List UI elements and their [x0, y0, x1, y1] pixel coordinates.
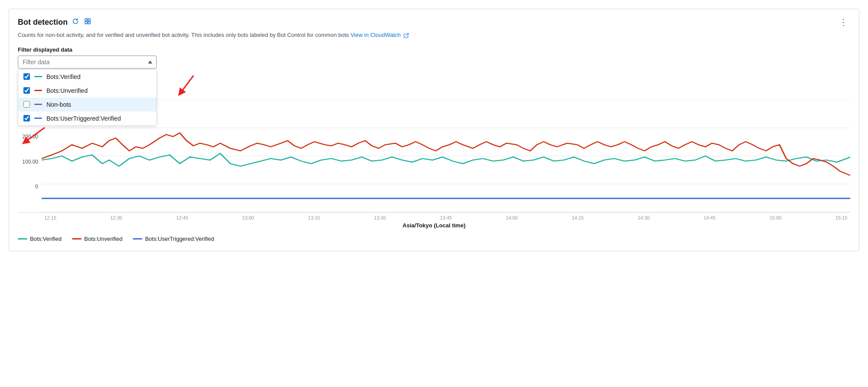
- svg-rect-0: [85, 19, 87, 21]
- filter-option-bots-verified[interactable]: Bots:Verified: [18, 70, 156, 84]
- filter-option-non-bots[interactable]: Non-bots: [18, 98, 156, 112]
- title-row: Bot detection: [18, 17, 92, 27]
- x-label-1500: 15:00: [767, 215, 784, 220]
- chart-plot: [42, 100, 850, 212]
- x-label-1430: 14:30: [635, 215, 652, 220]
- filter-input[interactable]: [18, 56, 157, 69]
- widget-title: Bot detection: [18, 18, 68, 27]
- legend-bots-unverified-label: Bots:Unverified: [84, 236, 122, 242]
- non-bots-label: Non-bots: [46, 101, 71, 108]
- svg-rect-3: [88, 22, 90, 24]
- legend-user-triggered: Bots:UserTriggered:Verified: [133, 236, 214, 242]
- bots-verified-dash: [34, 76, 42, 77]
- annotation-arrow-1: [172, 73, 198, 101]
- refresh-icon: [72, 18, 79, 25]
- expand-icon: [84, 18, 91, 25]
- x-label-1245: 12:45: [174, 215, 191, 220]
- filter-section: Filter displayed data Bots:Verified Bots…: [18, 46, 157, 69]
- external-link-icon: [404, 33, 409, 38]
- checkbox-bots-verified[interactable]: [23, 73, 30, 80]
- bots-unverified-dash: [34, 90, 42, 91]
- y-label-100: 100.00: [22, 159, 38, 164]
- refresh-button[interactable]: [71, 17, 80, 27]
- user-triggered-dash: [34, 118, 42, 119]
- svg-rect-2: [85, 22, 87, 24]
- more-options-button[interactable]: ⋮: [836, 16, 850, 28]
- x-label-1400: 14:00: [503, 215, 520, 220]
- x-label-1415: 14:15: [569, 215, 586, 220]
- x-label-1215: 12:15: [42, 215, 59, 220]
- x-label-1515: 15:15: [833, 215, 850, 220]
- cloudwatch-link[interactable]: View in CloudWatch: [351, 32, 409, 38]
- legend-bots-unverified: Bots:Unverified: [72, 236, 122, 242]
- filter-label: Filter displayed data: [18, 46, 157, 53]
- checkbox-non-bots[interactable]: [23, 101, 30, 108]
- legend-bar: Bots:Verified Bots:Unverified Bots:UserT…: [18, 236, 850, 242]
- checkbox-bots-unverified[interactable]: [23, 87, 30, 94]
- legend-user-triggered-label: Bots:UserTriggered:Verified: [145, 236, 214, 242]
- checkbox-user-triggered[interactable]: [23, 115, 30, 121]
- svg-rect-1: [88, 19, 90, 21]
- svg-line-9: [181, 75, 194, 93]
- legend-bots-verified-label: Bots:Verified: [30, 236, 62, 242]
- filter-input-wrap: [18, 56, 157, 69]
- expand-button[interactable]: [83, 17, 92, 27]
- x-label-1300: 13:00: [240, 215, 257, 220]
- filter-option-bots-unverified[interactable]: Bots:Unverified: [18, 84, 156, 98]
- x-label-1445: 14:45: [701, 215, 718, 220]
- bots-verified-line: [42, 153, 850, 166]
- user-triggered-label: Bots:UserTriggered:Verified: [46, 115, 121, 122]
- bots-unverified-label: Bots:Unverified: [46, 87, 88, 94]
- legend-bots-verified-dash: [18, 238, 27, 239]
- x-axis-title: Asia/Tokyo (Local time): [18, 222, 850, 229]
- widget-description: Counts for non-bot activity, and for ver…: [18, 31, 850, 39]
- bots-verified-label: Bots:Verified: [46, 73, 81, 80]
- bots-unverified-line: [42, 133, 850, 175]
- legend-bots-verified: Bots:Verified: [18, 236, 62, 242]
- legend-user-triggered-dash: [133, 238, 142, 239]
- x-label-1315: 13:15: [306, 215, 323, 220]
- x-label-1330: 13:30: [372, 215, 389, 220]
- x-axis: 12:15 12:30 12:45 13:00 13:15 13:30 13:4…: [18, 213, 850, 220]
- x-label-1345: 13:45: [437, 215, 454, 220]
- arrow-svg-1: [172, 73, 198, 99]
- legend-bots-unverified-dash: [72, 238, 82, 239]
- y-label-200: 200.00: [22, 134, 38, 139]
- filter-dropdown: Bots:Verified Bots:Unverified Non-bots B…: [18, 69, 157, 126]
- bot-detection-widget: Bot detection ⋮ Counts for non-bot activ…: [9, 9, 859, 251]
- x-label-1230: 12:30: [108, 215, 125, 220]
- filter-option-user-triggered[interactable]: Bots:UserTriggered:Verified: [18, 112, 156, 125]
- y-label-0: 0: [35, 184, 38, 189]
- non-bots-dash: [34, 104, 42, 105]
- chart-svg: [42, 100, 850, 212]
- widget-header: Bot detection ⋮: [18, 16, 850, 28]
